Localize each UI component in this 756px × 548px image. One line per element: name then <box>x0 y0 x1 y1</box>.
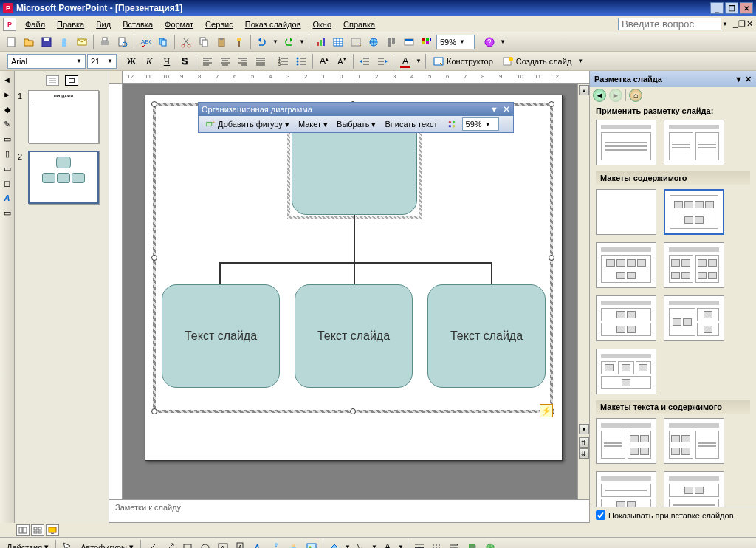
permissions-button[interactable] <box>56 34 72 50</box>
org-chart-toolbar[interactable]: Организационная диаграмма ▼ ✕ + Добавить… <box>198 102 514 133</box>
minimize-button[interactable]: _ <box>710 2 724 14</box>
shadow-style-button[interactable] <box>464 539 481 549</box>
outline-tab[interactable] <box>46 75 59 86</box>
line-style-button[interactable] <box>411 539 427 549</box>
align-right-button[interactable] <box>235 53 251 69</box>
vertical-scrollbar[interactable]: ▴ ▾ ⇈ ⇊ <box>577 84 589 499</box>
textbox-button[interactable]: A <box>215 539 231 549</box>
print-button[interactable] <box>97 34 113 50</box>
nav-forward-button[interactable]: ► <box>609 89 622 102</box>
wordart-button[interactable]: A <box>250 539 267 549</box>
email-button[interactable] <box>74 34 90 50</box>
paste-button[interactable] <box>213 34 230 50</box>
layout-blank[interactable] <box>596 189 656 235</box>
layout-title-two-content-h[interactable] <box>664 295 724 341</box>
increase-indent-button[interactable] <box>374 53 391 69</box>
menu-format[interactable]: Формат <box>159 18 199 30</box>
menu-view[interactable]: Вид <box>90 18 117 30</box>
aa-icon[interactable]: A <box>1 192 13 204</box>
rectangle-button[interactable] <box>179 539 196 549</box>
org-toolbar-dropdown[interactable]: ▼ <box>490 105 498 114</box>
show-on-insert-checkbox[interactable] <box>596 510 605 520</box>
research-button[interactable] <box>155 34 171 50</box>
align-left-button[interactable] <box>199 53 216 69</box>
toolbar-options[interactable]: ▼ <box>499 38 506 45</box>
copy-button[interactable] <box>196 34 212 50</box>
layout-title-content[interactable] <box>596 120 656 165</box>
comment-icon[interactable]: ◻ <box>1 177 13 189</box>
insert-picture-button[interactable] <box>303 539 320 549</box>
decrease-indent-button[interactable] <box>357 53 373 69</box>
color-button[interactable] <box>419 34 435 50</box>
font-color-dropdown2[interactable]: ▼ <box>397 544 405 548</box>
org-toolbar-title[interactable]: Организационная диаграмма ▼ ✕ <box>199 103 513 116</box>
clipart-button[interactable] <box>286 539 302 549</box>
insert-table-button[interactable] <box>330 34 346 50</box>
layout-two-content[interactable] <box>664 120 724 165</box>
redo-button[interactable] <box>281 34 297 50</box>
select-button[interactable]: Выбрать ▾ <box>333 117 379 131</box>
layout-text-content-2[interactable] <box>664 418 724 464</box>
actions-menu[interactable]: Действия ▾ <box>3 539 52 549</box>
layout-text-content-3[interactable] <box>596 471 656 507</box>
menu-window[interactable]: Окно <box>307 18 338 30</box>
notes-pane[interactable]: Заметки к слайду <box>109 499 589 523</box>
org-node-child-3[interactable]: Текст слайда <box>427 284 546 388</box>
tables-borders-button[interactable] <box>348 34 364 50</box>
vertical-textbox-button[interactable]: A <box>233 539 249 549</box>
normal-view-button[interactable] <box>16 524 30 536</box>
format-painter-button[interactable] <box>231 34 247 50</box>
doc-close-button[interactable]: ✕ <box>746 19 753 29</box>
insert-hyperlink-button[interactable] <box>365 34 382 50</box>
nav-back-button[interactable]: ◄ <box>593 89 606 102</box>
diagram-button[interactable] <box>268 539 284 549</box>
arrow-style-button[interactable] <box>447 539 463 549</box>
autoformat-button[interactable] <box>443 117 461 131</box>
layout-title-two-content-v[interactable] <box>596 295 656 341</box>
doc-restore-button[interactable]: ❐ <box>738 19 746 29</box>
redo-dropdown[interactable]: ▼ <box>298 38 306 45</box>
line-button[interactable] <box>144 539 160 549</box>
oval-button[interactable] <box>197 539 213 549</box>
menu-help[interactable]: Справка <box>337 18 381 30</box>
close-button[interactable]: ✕ <box>740 2 753 14</box>
lang-icon[interactable]: ▭ <box>1 207 13 219</box>
task-pane-dropdown[interactable]: ▼ <box>735 75 745 83</box>
insert-chart-button[interactable] <box>312 34 329 50</box>
toolbar2-options[interactable]: ▼ <box>577 58 584 64</box>
slide-thumbnail-2[interactable]: 2 <box>18 151 106 204</box>
layout-title-four-content[interactable] <box>596 349 656 394</box>
menu-tools[interactable]: Сервис <box>199 18 239 30</box>
layout-text-content-4[interactable] <box>664 471 724 507</box>
new-slide-button[interactable]: Создать слайд <box>498 53 576 69</box>
marker-icon[interactable]: ◆ <box>1 103 13 115</box>
doc-minimize-button[interactable]: _ <box>733 19 738 29</box>
slides-tab[interactable] <box>65 75 78 86</box>
decrease-font-button[interactable]: A▾ <box>334 53 350 69</box>
back-icon[interactable]: ◄ <box>1 74 13 86</box>
show-formatting-button[interactable] <box>383 34 399 50</box>
bold-button[interactable]: Ж <box>123 53 140 69</box>
show-grid-button[interactable] <box>401 34 417 50</box>
font-color-dropdown[interactable]: ▼ <box>415 58 422 64</box>
org-node-child-2[interactable]: Текст слайда <box>295 284 413 388</box>
zoom-select[interactable]: 59%▼ <box>436 35 475 49</box>
review-icon[interactable]: ▭ <box>1 133 13 145</box>
layout-title-two-content[interactable] <box>664 242 724 288</box>
font-color-button[interactable]: A <box>397 53 413 69</box>
slideshow-view-button[interactable] <box>46 524 59 536</box>
select-objects-button[interactable] <box>59 539 75 549</box>
slide[interactable]: Текст слайда Текст слайда Текст слайда ⚡ <box>145 95 563 461</box>
vertical-ruler[interactable] <box>109 84 123 499</box>
layout-text-content-1[interactable] <box>596 418 656 464</box>
3d-style-button[interactable] <box>482 539 498 549</box>
new-button[interactable] <box>3 34 19 50</box>
layout-title-content2[interactable] <box>596 242 656 288</box>
undo-button[interactable] <box>254 34 270 50</box>
numbering-button[interactable]: 123 <box>275 53 292 69</box>
font-color-button2[interactable]: A <box>379 539 396 549</box>
menu-file[interactable]: Файл <box>19 18 51 30</box>
spellcheck-button[interactable]: ABC <box>137 34 154 50</box>
undo-dropdown[interactable]: ▼ <box>272 38 279 45</box>
bullets-button[interactable] <box>293 53 309 69</box>
